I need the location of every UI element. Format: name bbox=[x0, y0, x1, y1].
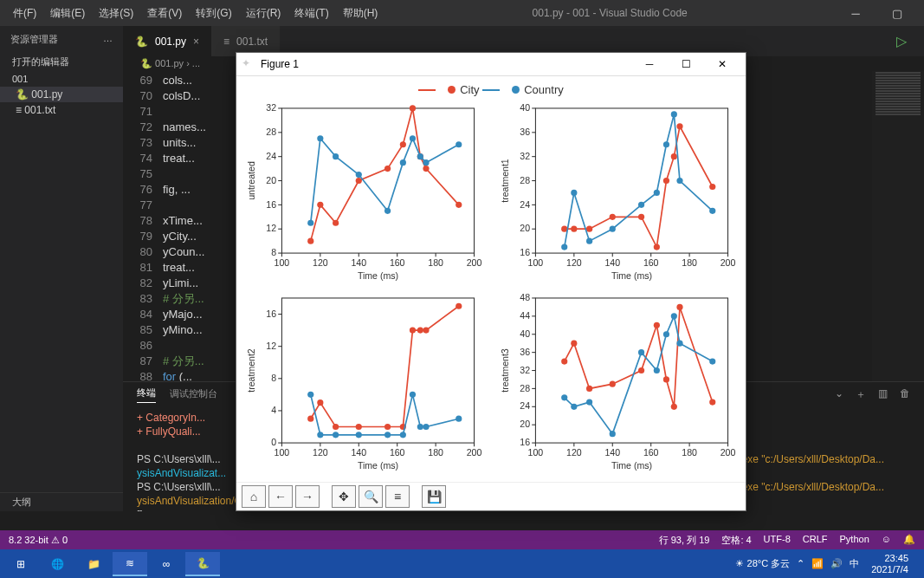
menu-edit[interactable]: 编辑(E) bbox=[44, 6, 91, 21]
python-icon[interactable]: 🐍 bbox=[185, 552, 220, 576]
legend: City Country bbox=[240, 80, 742, 100]
svg-point-78 bbox=[586, 226, 592, 232]
status-eol[interactable]: CRLF bbox=[803, 534, 828, 547]
svg-point-133 bbox=[333, 432, 339, 438]
svg-point-91 bbox=[654, 190, 660, 196]
run-icon[interactable]: ▷ bbox=[879, 26, 924, 56]
minimize-icon[interactable]: ─ bbox=[631, 58, 668, 70]
svg-text:untreated: untreated bbox=[246, 161, 256, 200]
svg-text:32: 32 bbox=[520, 151, 530, 161]
status-python[interactable]: 8.2 32-bit ⚠ 0 bbox=[9, 535, 68, 546]
svg-text:20: 20 bbox=[520, 223, 530, 233]
sound-icon[interactable]: 🔊 bbox=[830, 558, 843, 569]
maximize-icon[interactable]: ☐ bbox=[668, 58, 704, 70]
subplot-treatment1: 10012014016018020016202428323640Time (ms… bbox=[497, 100, 735, 286]
notifications-icon[interactable]: 🔔 bbox=[903, 534, 915, 547]
svg-text:36: 36 bbox=[520, 346, 530, 356]
config-icon[interactable]: ≡ bbox=[385, 485, 410, 508]
menu-view[interactable]: 查看(V) bbox=[141, 6, 188, 21]
pan-icon[interactable]: ✥ bbox=[332, 485, 356, 508]
svg-text:32: 32 bbox=[520, 364, 530, 374]
svg-text:Time (ms): Time (ms) bbox=[611, 270, 652, 281]
svg-text:40: 40 bbox=[520, 328, 530, 339]
svg-text:200: 200 bbox=[720, 446, 735, 457]
svg-text:180: 180 bbox=[428, 257, 443, 268]
svg-text:treatment1: treatment1 bbox=[500, 159, 510, 203]
svg-point-94 bbox=[676, 178, 682, 184]
start-icon[interactable]: ⊞ bbox=[3, 552, 38, 576]
svg-point-184 bbox=[561, 394, 567, 400]
forward-icon[interactable]: → bbox=[295, 485, 320, 508]
svg-point-88 bbox=[586, 238, 592, 244]
new-terminal-icon[interactable]: ＋ bbox=[856, 387, 866, 402]
svg-point-140 bbox=[456, 415, 462, 421]
figure-title: Figure 1 bbox=[255, 58, 631, 70]
back-icon[interactable]: ← bbox=[268, 485, 293, 508]
maximize-icon[interactable]: ▢ bbox=[877, 7, 917, 20]
debug-console-tab[interactable]: 调试控制台 bbox=[170, 387, 217, 403]
figure-titlebar[interactable]: ✦ Figure 1 ─ ☐ ✕ bbox=[236, 53, 746, 76]
status-encoding[interactable]: UTF-8 bbox=[764, 534, 791, 547]
save-icon[interactable]: 💾 bbox=[422, 485, 446, 508]
terminal-tab[interactable]: 终端 bbox=[137, 386, 156, 403]
menu-terminal[interactable]: 终端(T) bbox=[288, 6, 334, 21]
status-position[interactable]: 行 93, 列 19 bbox=[659, 534, 710, 547]
explorer-title: 资源管理器 bbox=[10, 33, 58, 46]
terminal-dropdown[interactable]: ⌄ bbox=[835, 387, 843, 402]
tab-001py[interactable]: 🐍 001.py× bbox=[123, 26, 211, 56]
close-icon[interactable]: ✕ bbox=[704, 58, 740, 70]
minimize-icon[interactable]: ─ bbox=[836, 7, 876, 20]
svg-point-85 bbox=[709, 184, 715, 190]
clock[interactable]: 23:452021/7/4 bbox=[866, 553, 914, 575]
feedback-icon[interactable]: ☺ bbox=[882, 534, 891, 547]
vscode-icon[interactable]: ≋ bbox=[113, 552, 147, 576]
svg-text:Time (ms): Time (ms) bbox=[611, 459, 652, 470]
edge-icon[interactable]: 🌐 bbox=[40, 552, 74, 576]
svg-text:120: 120 bbox=[313, 446, 328, 457]
open-editors-section[interactable]: 打开的编辑器 bbox=[0, 53, 123, 71]
trash-icon[interactable]: 🗑 bbox=[900, 387, 910, 402]
weather[interactable]: ☀ 28°C 多云 bbox=[735, 557, 790, 570]
folder-root[interactable]: 001 bbox=[0, 71, 123, 87]
svg-text:120: 120 bbox=[566, 446, 582, 457]
menu-help[interactable]: 帮助(H) bbox=[337, 6, 384, 21]
subplot-untreated: 1001201401601802008121620242832Time (ms)… bbox=[243, 100, 481, 286]
svg-text:160: 160 bbox=[390, 446, 405, 457]
zoom-icon[interactable]: 🔍 bbox=[359, 485, 383, 508]
home-icon[interactable]: ⌂ bbox=[242, 485, 266, 508]
explorer-icon[interactable]: 📁 bbox=[76, 552, 111, 576]
more-icon[interactable]: … bbox=[103, 33, 113, 46]
svg-point-193 bbox=[709, 358, 715, 364]
svg-point-87 bbox=[571, 190, 577, 196]
menu-run[interactable]: 运行(R) bbox=[240, 6, 288, 21]
svg-point-81 bbox=[654, 244, 660, 250]
svg-point-82 bbox=[663, 178, 669, 184]
svg-text:8: 8 bbox=[271, 373, 276, 383]
file-tree-item[interactable]: ≡ 001.txt bbox=[0, 102, 123, 118]
menu-select[interactable]: 选择(S) bbox=[93, 6, 139, 21]
svg-point-179 bbox=[654, 321, 660, 328]
svg-point-46 bbox=[456, 141, 462, 147]
split-terminal-icon[interactable]: ▥ bbox=[878, 387, 888, 402]
svg-point-185 bbox=[571, 403, 577, 409]
svg-point-44 bbox=[417, 153, 423, 159]
vs-icon[interactable]: ∞ bbox=[149, 552, 184, 576]
svg-point-129 bbox=[423, 327, 429, 333]
status-language[interactable]: Python bbox=[840, 534, 869, 547]
svg-text:160: 160 bbox=[643, 446, 659, 457]
tray-up-icon[interactable]: ⌃ bbox=[797, 558, 804, 569]
file-tree-item[interactable]: 🐍 001.py bbox=[0, 87, 123, 102]
menu-file[interactable]: 件(F) bbox=[7, 6, 42, 21]
svg-text:140: 140 bbox=[604, 257, 620, 268]
svg-text:100: 100 bbox=[528, 257, 544, 268]
svg-text:100: 100 bbox=[275, 446, 290, 457]
close-icon[interactable]: × bbox=[193, 36, 199, 48]
ime[interactable]: 中 bbox=[850, 557, 859, 570]
wifi-icon[interactable]: 📶 bbox=[811, 558, 824, 569]
minimap[interactable] bbox=[872, 71, 924, 381]
status-spaces[interactable]: 空格: 4 bbox=[721, 534, 751, 547]
svg-text:treatment2: treatment2 bbox=[246, 348, 256, 393]
outline-section[interactable]: 大纲 bbox=[0, 492, 123, 511]
menu-goto[interactable]: 转到(G) bbox=[190, 6, 237, 21]
windows-taskbar: ⊞ 🌐 📁 ≋ ∞ 🐍 ☀ 28°C 多云 ⌃ 📶 🔊 中 23:452021/… bbox=[0, 549, 924, 578]
